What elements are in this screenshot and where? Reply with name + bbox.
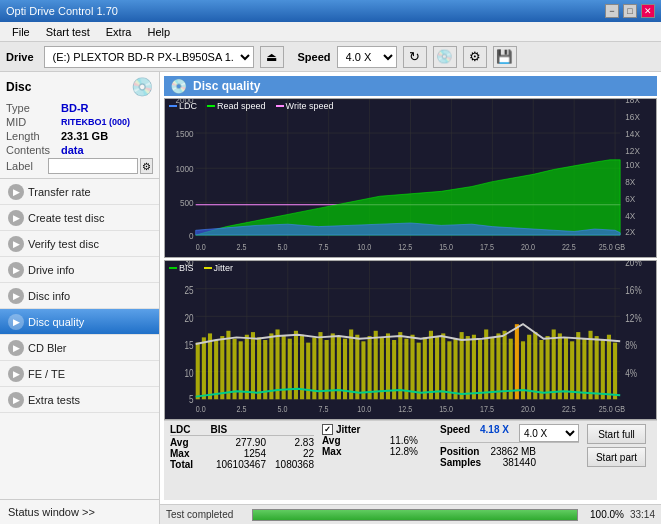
svg-text:5.0: 5.0 <box>278 242 289 252</box>
sidebar-item-verify-test-disc[interactable]: ▶ Verify test disc <box>0 231 159 257</box>
ldc-bis-stats: LDC BIS Avg 277.90 2.83 Max 1254 22 <box>170 424 314 470</box>
menu-file[interactable]: File <box>4 24 38 40</box>
contents-label: Contents <box>6 144 61 156</box>
drive-select[interactable]: (E:) PLEXTOR BD-R PX-LB950SA 1.06 <box>44 46 254 68</box>
disc-quality-icon: ▶ <box>8 314 24 330</box>
status-window-button[interactable]: Status window >> <box>0 500 159 524</box>
legend-ldc: LDC <box>169 101 197 111</box>
jitter-checkbox[interactable]: ✓ <box>322 424 333 435</box>
speed-header: Speed 4.18 X 4.0 X <box>440 424 579 443</box>
svg-text:0.0: 0.0 <box>196 242 207 252</box>
svg-rect-87 <box>226 331 230 399</box>
svg-rect-120 <box>429 331 433 399</box>
read-speed-dot <box>207 105 215 107</box>
svg-rect-142 <box>564 337 568 399</box>
fe-te-icon: ▶ <box>8 366 24 382</box>
legend-read-speed: Read speed <box>207 101 266 111</box>
chart-top-svg: 2000 1500 1000 500 0 18X 16X 14X 12X 10X… <box>165 99 656 257</box>
svg-text:17.5: 17.5 <box>480 242 495 252</box>
svg-text:500: 500 <box>180 197 194 208</box>
disc-label-button[interactable]: ⚙ <box>140 158 153 174</box>
svg-text:10.0: 10.0 <box>357 405 371 415</box>
svg-rect-130 <box>490 337 494 399</box>
sidebar-bottom: Status window >> <box>0 499 159 524</box>
sidebar-item-transfer-rate[interactable]: ▶ Transfer rate <box>0 179 159 205</box>
svg-text:6X: 6X <box>625 194 635 205</box>
speed-value: 4.18 X <box>480 424 509 442</box>
svg-text:5: 5 <box>189 393 194 405</box>
save-button[interactable]: 💾 <box>493 46 517 68</box>
sidebar: Disc 💿 Type BD-R MID RITEKBO1 (000) Leng… <box>0 72 160 524</box>
progress-bar-area: Test completed 100.0% 33:14 <box>160 504 661 524</box>
svg-text:14X: 14X <box>625 128 640 139</box>
svg-text:25: 25 <box>185 284 194 296</box>
svg-rect-107 <box>349 329 353 399</box>
start-full-button[interactable]: Start full <box>587 424 646 444</box>
jitter-avg-val: 11.6% <box>358 435 418 446</box>
avg-label: Avg <box>170 437 206 448</box>
svg-rect-94 <box>269 333 273 399</box>
menu-help[interactable]: Help <box>139 24 178 40</box>
jitter-checkbox-row: ✓ Jitter <box>322 424 432 435</box>
svg-text:10.0: 10.0 <box>357 242 372 252</box>
disc-info-icon: ▶ <box>8 288 24 304</box>
svg-text:17.5: 17.5 <box>480 405 494 415</box>
svg-rect-109 <box>361 341 365 399</box>
svg-text:20.0: 20.0 <box>521 242 536 252</box>
sidebar-item-create-test-disc[interactable]: ▶ Create test disc <box>0 205 159 231</box>
maximize-button[interactable]: □ <box>623 4 637 18</box>
refresh-button[interactable]: ↻ <box>403 46 427 68</box>
settings-button[interactable]: ⚙ <box>463 46 487 68</box>
disc-quality-panel: 💿 Disc quality LDC Read speed <box>160 72 661 504</box>
svg-rect-93 <box>263 340 267 399</box>
stats-area: LDC BIS Avg 277.90 2.83 Max 1254 22 <box>164 420 657 500</box>
ldc-dot <box>169 105 177 107</box>
svg-text:8X: 8X <box>625 177 635 188</box>
sidebar-item-disc-info[interactable]: ▶ Disc info <box>0 283 159 309</box>
svg-rect-112 <box>380 337 384 399</box>
sidebar-item-drive-info[interactable]: ▶ Drive info <box>0 257 159 283</box>
svg-rect-102 <box>318 332 322 399</box>
eject-button[interactable]: ⏏ <box>260 46 284 68</box>
menu-extra[interactable]: Extra <box>98 24 140 40</box>
disc-quality-title: Disc quality <box>193 79 260 93</box>
jitter-dot <box>204 267 212 269</box>
drive-info-icon: ▶ <box>8 262 24 278</box>
svg-rect-124 <box>453 339 457 400</box>
length-value: 23.31 GB <box>61 130 108 142</box>
sidebar-item-cd-bler[interactable]: ▶ CD Bler <box>0 335 159 361</box>
close-button[interactable]: ✕ <box>641 4 655 18</box>
disc-quality-header: 💿 Disc quality <box>164 76 657 96</box>
svg-text:0.0: 0.0 <box>196 405 206 415</box>
svg-text:12.5: 12.5 <box>398 242 413 252</box>
bis-avg: 2.83 <box>266 437 314 448</box>
disc-icon-button[interactable]: 💿 <box>433 46 457 68</box>
menu-start-test[interactable]: Start test <box>38 24 98 40</box>
position-label: Position <box>440 446 476 457</box>
sidebar-item-fe-te[interactable]: ▶ FE / TE <box>0 361 159 387</box>
extra-tests-icon: ▶ <box>8 392 24 408</box>
svg-text:8%: 8% <box>625 339 637 351</box>
svg-rect-122 <box>441 333 445 399</box>
svg-rect-138 <box>539 340 543 399</box>
toolbar: Drive (E:) PLEXTOR BD-R PX-LB950SA 1.06 … <box>0 42 661 72</box>
start-part-button[interactable]: Start part <box>587 447 646 467</box>
svg-text:12X: 12X <box>625 145 640 156</box>
minimize-button[interactable]: − <box>605 4 619 18</box>
svg-rect-95 <box>275 329 279 399</box>
cd-bler-icon: ▶ <box>8 340 24 356</box>
disc-label-input[interactable] <box>48 158 138 174</box>
chart-bottom: BIS Jitter <box>164 260 657 420</box>
svg-text:1000: 1000 <box>175 163 193 174</box>
svg-rect-83 <box>202 337 206 399</box>
speed-dropdown[interactable]: 4.0 X <box>519 424 579 442</box>
svg-text:2.5: 2.5 <box>237 405 247 415</box>
svg-text:22.5: 22.5 <box>562 405 576 415</box>
sidebar-item-disc-quality[interactable]: ▶ Disc quality <box>0 309 159 335</box>
sidebar-item-extra-tests[interactable]: ▶ Extra tests <box>0 387 159 413</box>
svg-text:16X: 16X <box>625 111 640 122</box>
svg-rect-137 <box>533 332 537 399</box>
svg-text:5.0: 5.0 <box>278 405 288 415</box>
svg-rect-86 <box>220 336 224 399</box>
speed-select[interactable]: 4.0 X <box>337 46 397 68</box>
